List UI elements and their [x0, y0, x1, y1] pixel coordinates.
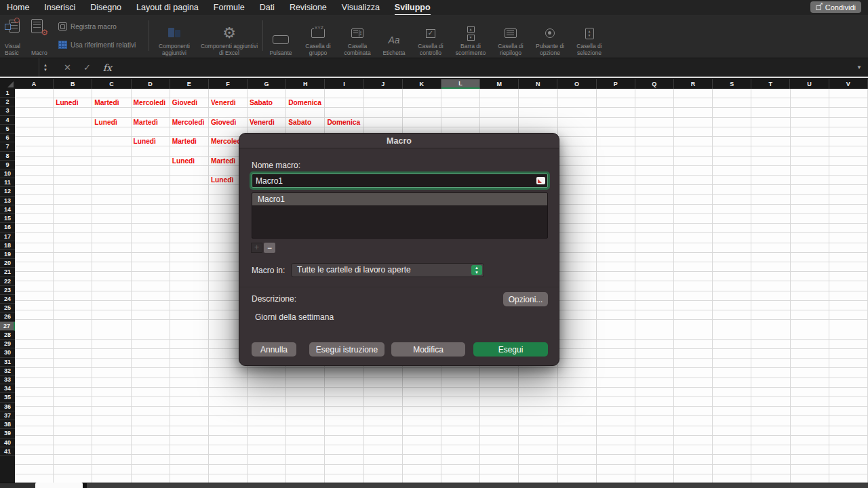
row-header-21[interactable]: 21: [0, 268, 15, 277]
row-header-9[interactable]: 9: [0, 161, 15, 169]
control-label[interactable]: AaEtichetta: [378, 18, 410, 56]
row-header-39[interactable]: 39: [0, 429, 15, 438]
column-header-M[interactable]: M: [480, 79, 519, 89]
row-header-15[interactable]: 15: [0, 214, 15, 223]
tab-formule[interactable]: Formule: [214, 0, 245, 16]
column-header-C[interactable]: C: [92, 79, 131, 89]
annulla-button[interactable]: Annulla: [252, 342, 296, 357]
row-header-35[interactable]: 35: [0, 393, 15, 402]
componenti-aggiuntivi-excel-button[interactable]: ⚙ Componenti aggiuntivi di Excel: [198, 18, 260, 56]
enter-icon[interactable]: ✓: [83, 62, 91, 73]
column-header-U[interactable]: U: [790, 79, 829, 89]
cell-D4[interactable]: Martedì: [134, 118, 158, 127]
row-header-11[interactable]: 11: [0, 178, 15, 187]
cell-F8[interactable]: Martedì: [211, 157, 235, 166]
column-header-D[interactable]: D: [132, 79, 170, 89]
control-combo-box[interactable]: ▲▼Casella combinata: [339, 18, 376, 56]
row-header-5[interactable]: 5: [0, 125, 15, 134]
column-header-T[interactable]: T: [751, 79, 790, 89]
cell-I4[interactable]: Domenica: [327, 118, 360, 127]
control-checkbox[interactable]: ✓Casella di controllo: [412, 18, 449, 56]
options-button[interactable]: Opzioni...: [503, 292, 548, 306]
cell-F4[interactable]: Giovedì: [211, 118, 236, 127]
column-header-L[interactable]: L: [441, 79, 480, 89]
tab-sviluppo[interactable]: Sviluppo: [395, 0, 431, 16]
tab-dati[interactable]: Dati: [260, 0, 275, 16]
dialog-title[interactable]: Macro: [239, 134, 559, 148]
row-header-12[interactable]: 12: [0, 187, 15, 196]
column-header-H[interactable]: H: [286, 79, 325, 89]
row-header-31[interactable]: 31: [0, 358, 15, 367]
formula-input[interactable]: [112, 58, 850, 77]
macro-button[interactable]: ⚙ Macro: [31, 18, 54, 56]
cell-D2[interactable]: Mercoledì: [134, 98, 166, 108]
cell-F2[interactable]: Venerdì: [211, 98, 236, 108]
column-header-P[interactable]: P: [597, 79, 635, 89]
control-scrollbar[interactable]: ▲▼Barra di scorrimento: [452, 18, 490, 56]
column-header-J[interactable]: J: [364, 79, 403, 89]
row-header-27[interactable]: 27: [0, 322, 15, 331]
remove-macro-button[interactable]: −: [264, 243, 275, 253]
cancel-icon[interactable]: ✕: [64, 62, 71, 73]
row-header-19[interactable]: 19: [0, 250, 15, 259]
control-button[interactable]: Pulsante: [264, 18, 297, 56]
add-macro-button[interactable]: +: [251, 243, 262, 253]
cell-G4[interactable]: Venerdì: [250, 118, 275, 127]
componenti-aggiuntivi-button[interactable]: Componenti aggiuntivi: [153, 18, 195, 56]
row-header-13[interactable]: 13: [0, 197, 15, 205]
cell-H4[interactable]: Sabato: [288, 118, 311, 127]
column-header-A[interactable]: A: [15, 79, 54, 89]
cell-E2[interactable]: Giovedì: [172, 98, 197, 108]
row-header-22[interactable]: 22: [0, 277, 15, 286]
range-selector-icon[interactable]: [536, 177, 545, 184]
macro-in-select[interactable]: Tutte le cartelle di lavoro aperte ▲▼: [291, 263, 484, 277]
esegui-istruzione-button[interactable]: Esegui istruzione: [309, 342, 384, 357]
column-header-G[interactable]: G: [248, 79, 286, 89]
row-header-26[interactable]: 26: [0, 312, 15, 321]
usa-riferimenti-button[interactable]: Usa riferimenti relativi: [58, 39, 136, 50]
macro-list[interactable]: Macro1: [252, 192, 548, 239]
cell-G2[interactable]: Sabato: [250, 98, 273, 108]
row-header-20[interactable]: 20: [0, 259, 15, 268]
row-header-32[interactable]: 32: [0, 367, 15, 375]
row-header-14[interactable]: 14: [0, 205, 15, 214]
tab-home[interactable]: Home: [7, 0, 29, 16]
column-header-F[interactable]: F: [209, 79, 248, 89]
cell-E6[interactable]: Martedì: [172, 137, 197, 146]
row-header-34[interactable]: 34: [0, 384, 15, 393]
row-header-23[interactable]: 23: [0, 286, 15, 295]
row-header-8[interactable]: 8: [0, 152, 15, 161]
control-spin-button[interactable]: ▲▼Casella di selezione: [571, 18, 608, 56]
esegui-button[interactable]: Esegui: [473, 342, 548, 357]
row-header-1[interactable]: 1: [0, 89, 15, 98]
name-box-stepper[interactable]: ▲▼: [39, 63, 52, 72]
cell-C2[interactable]: Martedì: [94, 98, 119, 108]
registra-macro-button[interactable]: Registra macro: [58, 21, 117, 32]
row-header-17[interactable]: 17: [0, 232, 15, 241]
column-header-K[interactable]: K: [403, 79, 441, 89]
active-sheet-tab[interactable]: [35, 483, 83, 488]
tab-disegno[interactable]: Disegno: [90, 0, 121, 16]
tab-visualizza[interactable]: Visualizza: [342, 0, 380, 16]
row-header-28[interactable]: 28: [0, 331, 15, 340]
macro-name-input[interactable]: [252, 174, 548, 188]
row-header-24[interactable]: 24: [0, 295, 15, 304]
row-header-16[interactable]: 16: [0, 223, 15, 232]
cell-F10[interactable]: Lunedì: [211, 176, 233, 185]
column-header-E[interactable]: E: [170, 79, 209, 89]
share-button[interactable]: ↗ Condividi: [810, 1, 861, 13]
row-header-18[interactable]: 18: [0, 241, 15, 250]
column-header-Q[interactable]: Q: [635, 79, 674, 89]
cell-C4[interactable]: Lunedì: [94, 118, 117, 127]
column-header-I[interactable]: I: [325, 79, 363, 89]
select-all-corner[interactable]: [0, 79, 15, 89]
row-header-40[interactable]: 40: [0, 439, 15, 447]
formula-bar-expand-icon[interactable]: ▼: [850, 64, 868, 70]
name-box[interactable]: [0, 58, 39, 77]
control-list-box[interactable]: Casella di riepilogo: [492, 18, 529, 56]
row-header-37[interactable]: 37: [0, 411, 15, 420]
cell-D6[interactable]: Lunedì: [134, 137, 156, 146]
row-header-30[interactable]: 30: [0, 348, 15, 357]
row-header-29[interactable]: 29: [0, 340, 15, 348]
row-header-41[interactable]: 41: [0, 447, 15, 456]
